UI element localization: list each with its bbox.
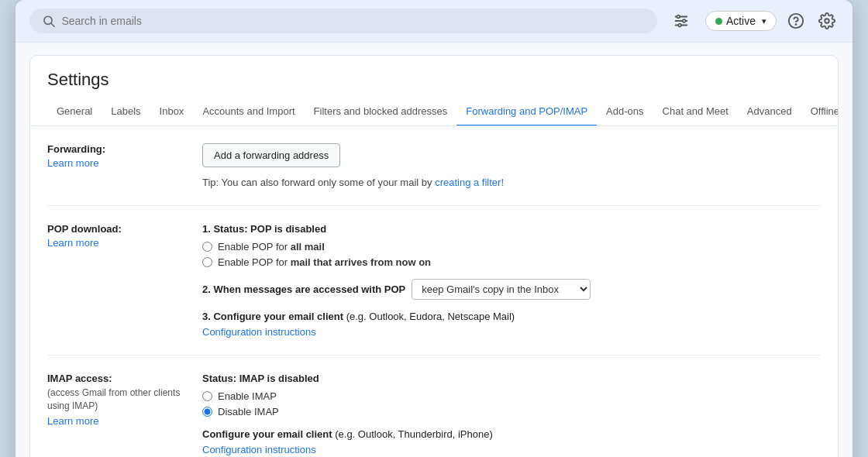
tab-general[interactable]: General: [47, 98, 102, 126]
pop-label: POP download:: [47, 223, 202, 235]
forwarding-section: Forwarding: Learn more Add a forwarding …: [47, 126, 821, 206]
gear-button[interactable]: [815, 9, 839, 33]
sliders-icon: [673, 12, 690, 29]
pop-label-col: POP download: Learn more: [47, 223, 202, 338]
settings-body: Forwarding: Learn more Add a forwarding …: [30, 126, 838, 457]
imap-status-text: Status: IMAP is disabled: [202, 373, 821, 384]
pop-from-now-option[interactable]: Enable POP for mail that arrives from no…: [202, 256, 821, 268]
imap-section: IMAP access: (access Gmail from other cl…: [47, 356, 821, 457]
svg-point-7: [678, 24, 681, 27]
imap-enable-label: Enable IMAP: [218, 390, 277, 402]
settings-tabs: General Labels Inbox Accounts and Import…: [30, 98, 838, 126]
tab-inbox[interactable]: Inbox: [150, 98, 194, 126]
pop-from-now-radio[interactable]: [202, 257, 212, 267]
page-title: Settings: [30, 56, 838, 90]
forwarding-tip: Tip: You can also forward only some of y…: [202, 177, 821, 188]
imap-disable-option[interactable]: Disable IMAP: [202, 406, 821, 417]
topbar: Active ▾: [16, 0, 852, 43]
filter-icon-button[interactable]: [665, 8, 698, 34]
active-status-badge[interactable]: Active ▾: [705, 11, 777, 31]
pop-when-row: 2. When messages are accessed with POP k…: [202, 279, 821, 300]
imap-config-link[interactable]: Configuration instructions: [202, 444, 316, 455]
pop-configure-text: 3. Configure your email client (e.g. Out…: [202, 311, 821, 322]
svg-point-10: [825, 19, 829, 23]
pop-when-select[interactable]: keep Gmail's copy in the Inbox archive G…: [412, 279, 591, 300]
imap-content: Status: IMAP is disabled Enable IMAP Dis…: [202, 373, 821, 455]
pop-content: 1. Status: POP is disabled Enable POP fo…: [202, 223, 821, 338]
imap-label: IMAP access:: [47, 373, 202, 384]
pop-learn-more[interactable]: Learn more: [47, 237, 202, 249]
app-window: Active ▾ Settings General: [16, 0, 852, 457]
chevron-down-icon: ▾: [762, 16, 766, 26]
imap-label-col: IMAP access: (access Gmail from other cl…: [47, 373, 202, 455]
svg-line-1: [51, 23, 54, 26]
pop-config-link[interactable]: Configuration instructions: [202, 326, 316, 338]
add-forwarding-address-button[interactable]: Add a forwarding address: [202, 143, 340, 167]
forwarding-label: Forwarding:: [47, 143, 202, 155]
creating-filter-link[interactable]: creating a filter!: [435, 177, 504, 188]
gear-icon: [818, 12, 835, 29]
active-dot: [715, 18, 722, 25]
tab-addons[interactable]: Add-ons: [597, 98, 653, 126]
pop-all-mail-radio[interactable]: [202, 242, 212, 252]
svg-point-6: [683, 19, 686, 22]
settings-card: Settings General Labels Inbox Accounts a…: [29, 55, 839, 457]
pop-status-text: 1. Status: POP is disabled: [202, 223, 821, 235]
forwarding-label-col: Forwarding: Learn more: [47, 143, 202, 188]
imap-disable-radio[interactable]: [202, 407, 212, 417]
imap-disable-label: Disable IMAP: [218, 406, 279, 417]
imap-enable-radio[interactable]: [202, 391, 212, 401]
help-button[interactable]: [784, 9, 808, 33]
active-label: Active: [726, 15, 756, 27]
tab-offline[interactable]: Offline: [801, 98, 838, 126]
topbar-right: Active ▾: [665, 8, 839, 34]
tab-chat[interactable]: Chat and Meet: [653, 98, 738, 126]
svg-point-5: [677, 15, 680, 19]
search-input[interactable]: [61, 15, 644, 27]
search-bar[interactable]: [29, 9, 657, 33]
tab-forwarding[interactable]: Forwarding and POP/IMAP: [456, 98, 597, 126]
forwarding-learn-more[interactable]: Learn more: [47, 157, 202, 169]
imap-enable-option[interactable]: Enable IMAP: [202, 390, 821, 402]
tab-filters[interactable]: Filters and blocked addresses: [305, 98, 457, 126]
pop-download-section: POP download: Learn more 1. Status: POP …: [47, 206, 821, 356]
tab-advanced[interactable]: Advanced: [738, 98, 801, 126]
imap-configure-text: Configure your email client (e.g. Outloo…: [202, 428, 821, 440]
help-circle-icon: [787, 12, 804, 29]
search-icon: [42, 14, 55, 28]
imap-sublabel: (access Gmail from other clients using I…: [47, 387, 202, 413]
imap-learn-more[interactable]: Learn more: [47, 415, 202, 427]
tab-labels[interactable]: Labels: [102, 98, 150, 126]
pop-all-mail-option[interactable]: Enable POP for all mail: [202, 241, 821, 253]
forwarding-content: Add a forwarding address Tip: You can al…: [202, 143, 821, 188]
tab-accounts[interactable]: Accounts and Import: [193, 98, 304, 126]
